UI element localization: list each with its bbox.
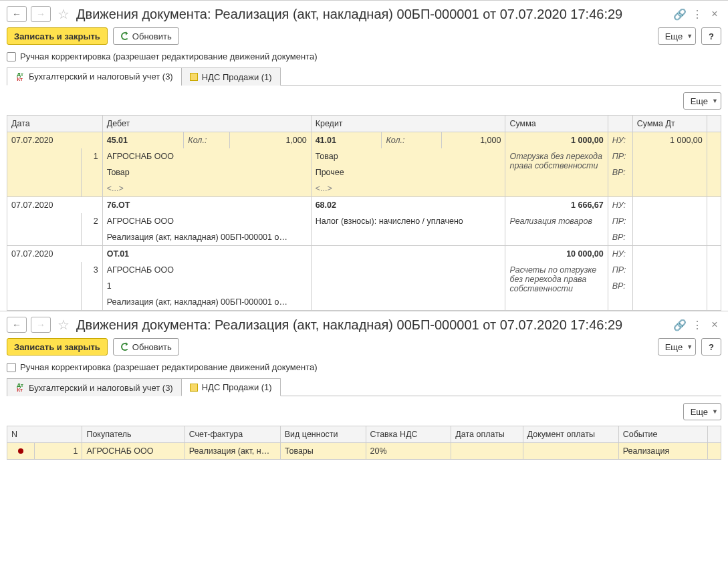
col-event[interactable]: Событие xyxy=(618,426,707,443)
tab-accounting[interactable]: ДтКт Бухгалтерский и налоговый учет (3) xyxy=(7,67,182,86)
favorite-star-icon[interactable]: ☆ xyxy=(57,6,70,22)
manual-edit-checkbox[interactable] xyxy=(7,363,16,372)
help-button[interactable]: ? xyxy=(701,27,721,45)
accounting-grid[interactable]: Дата Дебет Кредит Сумма Сумма Дт 07.07.2… xyxy=(7,115,721,311)
close-icon[interactable]: × xyxy=(708,8,721,20)
dtkt-icon: ДтКт xyxy=(15,383,25,392)
refresh-icon xyxy=(120,342,130,351)
table-row[interactable]: <...> <...> xyxy=(7,180,721,197)
nav-back[interactable]: ← xyxy=(7,6,27,22)
table-row[interactable]: Реализация (акт, накладная) 00БП-000001 … xyxy=(7,229,721,246)
vat-icon xyxy=(190,384,198,392)
col-invoice[interactable]: Счет-фактура xyxy=(185,426,280,443)
help-button[interactable]: ? xyxy=(701,338,721,355)
tab-accounting[interactable]: ДтКт Бухгалтерский и налоговый учет (3) xyxy=(7,378,182,396)
nav-back[interactable]: ← xyxy=(7,317,27,333)
tab-accounting-label: Бухгалтерский и налоговый учет (3) xyxy=(29,72,173,82)
grid-more-label: Еще xyxy=(691,407,708,417)
record-dot-icon xyxy=(18,448,23,454)
col-pay-date[interactable]: Дата оплаты xyxy=(451,426,523,443)
table-row[interactable]: 1 ВР: xyxy=(7,278,721,294)
manual-edit-label: Ручная корректировка (разрешает редактир… xyxy=(20,362,318,372)
table-row[interactable]: 1 АГРОСНАБ ООО Товар Отгрузка без перехо… xyxy=(7,148,721,164)
table-row[interactable]: 3 АГРОСНАБ ООО Расчеты по отгрузке без п… xyxy=(7,262,721,278)
col-sum-dt[interactable]: Сумма Дт xyxy=(632,116,707,132)
tab-vat[interactable]: НДС Продажи (1) xyxy=(181,67,281,86)
table-row[interactable]: 07.07.2020 45.01 Кол.: 1,000 41.01 Кол.:… xyxy=(7,132,721,149)
close-icon[interactable]: × xyxy=(708,319,721,331)
toolbar-more-button[interactable]: Еще▼ xyxy=(658,338,696,355)
tab-vat[interactable]: НДС Продажи (1) xyxy=(181,378,281,396)
tab-vat-label: НДС Продажи (1) xyxy=(202,72,272,82)
link-icon[interactable]: 🔗 xyxy=(673,319,687,331)
nav-forward[interactable]: → xyxy=(31,317,51,333)
more-menu-icon[interactable]: ⋮ xyxy=(691,8,704,21)
refresh-button[interactable]: Обновить xyxy=(113,27,179,45)
favorite-star-icon[interactable]: ☆ xyxy=(57,317,70,333)
window-title: Движения документа: Реализация (акт, нак… xyxy=(76,7,669,22)
col-credit[interactable]: Кредит xyxy=(311,116,505,132)
col-kind[interactable]: Вид ценности xyxy=(280,426,366,443)
tab-accounting-label: Бухгалтерский и налоговый учет (3) xyxy=(29,383,173,393)
more-label: Еще xyxy=(665,31,683,41)
grid-more-label: Еще xyxy=(691,96,708,106)
save-and-close-button[interactable]: Записать и закрыть xyxy=(7,27,108,45)
table-row[interactable]: 1 АГРОСНАБ ООО Реализация (акт, н… Товар… xyxy=(7,443,721,460)
col-rate[interactable]: Ставка НДС xyxy=(366,426,451,443)
nav-forward[interactable]: → xyxy=(31,6,51,22)
col-debit[interactable]: Дебет xyxy=(102,116,311,132)
col-pay-doc[interactable]: Документ оплаты xyxy=(523,426,618,443)
dtkt-icon: ДтКт xyxy=(15,72,25,82)
grid-more-button[interactable]: Еще▼ xyxy=(683,403,721,420)
vat-grid[interactable]: N Покупатель Счет-фактура Вид ценности С… xyxy=(7,426,721,460)
table-row[interactable]: 2 АГРОСНАБ ООО Налог (взносы): начислено… xyxy=(7,213,721,229)
vat-icon xyxy=(190,73,198,81)
table-row[interactable]: Реализация (акт, накладная) 00БП-000001 … xyxy=(7,294,721,311)
toolbar-more-button[interactable]: Еще▼ xyxy=(658,27,696,45)
more-menu-icon[interactable]: ⋮ xyxy=(691,319,704,331)
refresh-icon xyxy=(120,31,130,41)
refresh-label: Обновить xyxy=(132,342,172,352)
save-and-close-button[interactable]: Записать и закрыть xyxy=(7,338,108,355)
refresh-button[interactable]: Обновить xyxy=(113,338,179,355)
col-n[interactable]: N xyxy=(7,426,82,443)
manual-edit-checkbox[interactable] xyxy=(7,52,16,61)
col-sum[interactable]: Сумма xyxy=(505,116,608,132)
col-date[interactable]: Дата xyxy=(7,116,103,132)
window-title: Движения документа: Реализация (акт, нак… xyxy=(76,317,669,333)
tab-vat-label: НДС Продажи (1) xyxy=(202,382,272,392)
refresh-label: Обновить xyxy=(132,31,172,41)
more-label: Еще xyxy=(665,342,683,352)
col-buyer[interactable]: Покупатель xyxy=(82,426,185,443)
link-icon[interactable]: 🔗 xyxy=(673,8,687,21)
table-row[interactable]: Товар Прочее ВР: xyxy=(7,164,721,180)
table-row[interactable]: 07.07.2020 ОТ.01 10 000,00 НУ: xyxy=(7,246,721,263)
manual-edit-label: Ручная корректировка (разрешает редактир… xyxy=(20,51,318,61)
table-row[interactable]: 07.07.2020 76.ОТ 68.02 1 666,67 НУ: xyxy=(7,197,721,214)
grid-more-button[interactable]: Еще▼ xyxy=(683,92,721,110)
